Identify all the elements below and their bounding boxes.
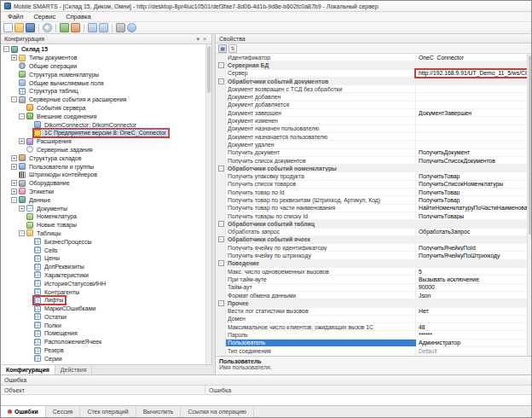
tree-item[interactable]: Новые товары — [1, 221, 205, 229]
property-name[interactable]: Документ назначен пользователю — [226, 125, 416, 132]
property-row[interactable]: Тайм-аут90000 — [216, 284, 527, 292]
property-value[interactable]: ПолучитьДокумент — [416, 149, 527, 156]
property-row[interactable]: Получить документПолучитьДокумент — [216, 149, 527, 157]
chevron-down-icon[interactable]: ▾ — [194, 36, 201, 43]
tree-item[interactable]: Общие вычисляемые поля — [1, 78, 205, 87]
tree-item[interactable]: +Этикетки — [1, 188, 205, 196]
tree-item[interactable]: +Расширения — [1, 137, 205, 146]
property-row[interactable]: ПользовательАдминистратор — [216, 340, 527, 347]
property-row[interactable]: Документ изменен — [216, 117, 527, 125]
settings-icon[interactable] — [116, 23, 125, 32]
tree-item[interactable]: Структура номенклатуры — [1, 70, 205, 78]
category-expander[interactable]: - — [218, 62, 224, 68]
property-name[interactable]: Получить упаковку продукта — [226, 172, 416, 179]
tree-item[interactable]: Структура таблиц — [1, 87, 205, 96]
left-tab[interactable]: Конфигурация — [1, 365, 55, 374]
property-row[interactable]: Документ добавлен — [216, 93, 527, 101]
property-row[interactable]: Домен — [216, 316, 527, 323]
property-row[interactable]: Получить товар по реквизитам (Штрихкод, … — [216, 196, 527, 204]
property-value[interactable]: ПолучитьТовар — [416, 172, 527, 179]
tree-item[interactable]: ИсторияСтатусовИНН — [1, 279, 205, 287]
property-name[interactable]: Документ завершен — [226, 109, 416, 116]
bottom-tab[interactable]: Сессия — [46, 406, 81, 417]
property-row[interactable]: Получить упаковку продуктаПолучитьТовар — [216, 172, 527, 180]
help-icon[interactable] — [127, 23, 136, 32]
property-row[interactable]: Макс. число одновременных вызовов5 — [216, 268, 527, 276]
property-name[interactable]: Сервер — [226, 70, 416, 77]
property-row[interactable]: Серверhttp://192.168.9.91/UT_Demo_11_5/w… — [216, 70, 527, 78]
property-value[interactable] — [416, 316, 527, 322]
property-name[interactable]: Идентификатор — [226, 54, 416, 61]
property-name[interactable]: Домен — [226, 316, 416, 322]
tree-item[interactable]: Штрихкоды контейнеров — [1, 171, 205, 179]
tree-item[interactable]: Остатки — [1, 313, 205, 322]
property-name[interactable]: Документ удален — [226, 141, 416, 148]
property-value[interactable]: ПолучитьЯчейкуПоШтрихкоду — [416, 252, 527, 258]
tree-expander[interactable]: - — [11, 96, 17, 102]
property-value[interactable] — [416, 93, 527, 100]
property-category[interactable]: -Обработчики событий таблиц — [216, 220, 527, 228]
property-value[interactable]: OneC_Connector — [416, 54, 527, 61]
property-row[interactable]: Документ возвращен с ТСД без обработки — [216, 85, 527, 93]
tree-item[interactable]: Серверные задания — [1, 146, 205, 154]
tree-item[interactable]: БизнесПроцессы — [1, 237, 205, 246]
tree-expander[interactable]: + — [11, 180, 17, 186]
property-row[interactable]: Документ назначен пользователю — [216, 125, 527, 133]
menu-item[interactable]: Сервис — [28, 12, 61, 21]
tree-item[interactable]: Резерв — [1, 346, 205, 355]
property-row[interactable]: Получить товар по части наименованияНайт… — [216, 205, 527, 212]
property-name[interactable]: Пароль — [226, 331, 416, 338]
property-row[interactable]: Получить ячейку по штрихкодуПолучитьЯчей… — [216, 252, 527, 259]
property-value[interactable]: ПолучитьТовар — [416, 189, 527, 195]
tree-expander[interactable]: + — [11, 55, 17, 61]
categorized-view-button[interactable] — [218, 44, 227, 53]
error-column-object[interactable]: Объект — [1, 386, 205, 394]
tree-item[interactable]: -Серверные события и расширения — [1, 96, 205, 104]
property-value[interactable]: ПолучитьСписокДокументов — [416, 157, 527, 164]
property-value[interactable]: ПолучитьТовар — [416, 196, 527, 203]
tree-item[interactable]: +Типы документов — [1, 54, 205, 62]
category-expander[interactable]: - — [218, 260, 224, 266]
tree-item[interactable]: Номенклатура — [1, 212, 205, 221]
property-name[interactable]: Документ изменен — [226, 117, 416, 124]
property-row[interactable]: Получить товар по IdПолучитьТовар — [216, 189, 527, 196]
property-name[interactable]: Макс. число одновременных вызовов — [226, 268, 416, 275]
property-row[interactable]: ИдентификаторOneC_Connector — [216, 54, 527, 61]
open-folder-icon[interactable] — [14, 23, 24, 32]
property-name[interactable]: Документ добавляется — [226, 102, 416, 108]
category-expander[interactable]: - — [218, 78, 224, 84]
property-name[interactable]: Получить товар по части наименования — [226, 205, 416, 212]
property-value[interactable] — [416, 85, 527, 92]
property-value[interactable] — [416, 125, 527, 132]
bottom-tab[interactable]: Ссылки на операцию — [181, 406, 254, 417]
property-value[interactable]: Нет — [416, 308, 527, 315]
category-expander[interactable]: - — [218, 221, 224, 227]
menu-item[interactable]: Файл — [3, 12, 28, 21]
bottom-tab[interactable]: Вычислить — [136, 406, 182, 417]
tree-expander[interactable]: + — [19, 138, 25, 144]
property-name[interactable]: Получить документ — [226, 149, 416, 156]
tree-item[interactable]: Серии — [1, 354, 205, 363]
undo-icon[interactable] — [88, 23, 97, 32]
property-row[interactable]: Получить список документовПолучитьСписок… — [216, 157, 527, 165]
property-name[interactable]: Тайм-аут — [226, 284, 416, 291]
property-name[interactable]: Получить список документов — [226, 157, 416, 164]
tree-item[interactable]: +Документы — [1, 204, 205, 212]
tree-item[interactable]: Лифты — [1, 296, 205, 305]
tree-item[interactable]: РасположениеЯчеек — [1, 338, 205, 346]
tree-item[interactable]: -Внешние соединения — [1, 112, 205, 120]
property-category[interactable]: -Поведение — [216, 260, 527, 268]
redo-icon[interactable] — [99, 23, 108, 32]
property-row[interactable]: Пароль****** — [216, 331, 527, 339]
tree-item[interactable]: -Таблицы — [1, 229, 205, 238]
find-icon[interactable] — [43, 23, 52, 32]
property-value[interactable]: НайтиНоменклатуруПоЧастиНаименования — [416, 205, 527, 212]
property-name[interactable]: Получить список товаров — [226, 181, 416, 188]
property-value[interactable] — [416, 141, 527, 148]
bottom-tab[interactable]: Ошибки — [1, 406, 46, 417]
error-column-error[interactable]: Ошибка — [205, 386, 532, 394]
category-expander[interactable]: - — [218, 165, 224, 171]
tree-item[interactable]: +Оборудование — [1, 179, 205, 188]
save-icon[interactable] — [26, 23, 35, 32]
tree-expander[interactable]: + — [11, 164, 17, 170]
